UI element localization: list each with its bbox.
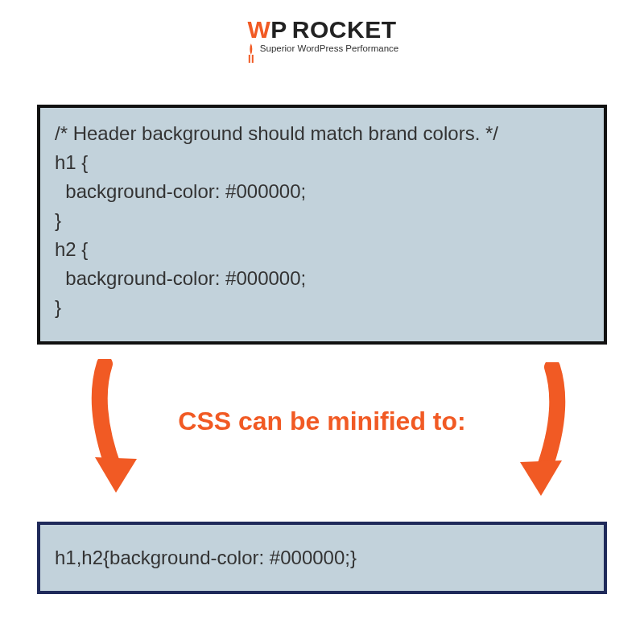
- brand-tagline: Superior WordPress Performance: [260, 43, 398, 53]
- brand-logo-main: W P ROCKET: [246, 18, 398, 42]
- code-after-text: h1,h2{background-color: #000000;}: [55, 543, 357, 572]
- brand-logo-p: P: [270, 18, 287, 42]
- code-before-box: /* Header background should match brand …: [37, 105, 607, 345]
- diagram-canvas: W P ROCKET Superior WordPress Performanc…: [0, 0, 644, 644]
- minify-caption: CSS can be minified to:: [0, 407, 644, 436]
- code-before-text: /* Header background should match brand …: [55, 122, 498, 318]
- brand-logo: W P ROCKET Superior WordPress Performanc…: [246, 18, 398, 69]
- code-after-box: h1,h2{background-color: #000000;}: [37, 522, 607, 594]
- brand-logo-rocket: ROCKET: [292, 18, 397, 42]
- brand-tagline-row: Superior WordPress Performance: [246, 43, 398, 69]
- rocket-icon: [246, 43, 257, 69]
- brand-logo-w: W: [247, 18, 270, 42]
